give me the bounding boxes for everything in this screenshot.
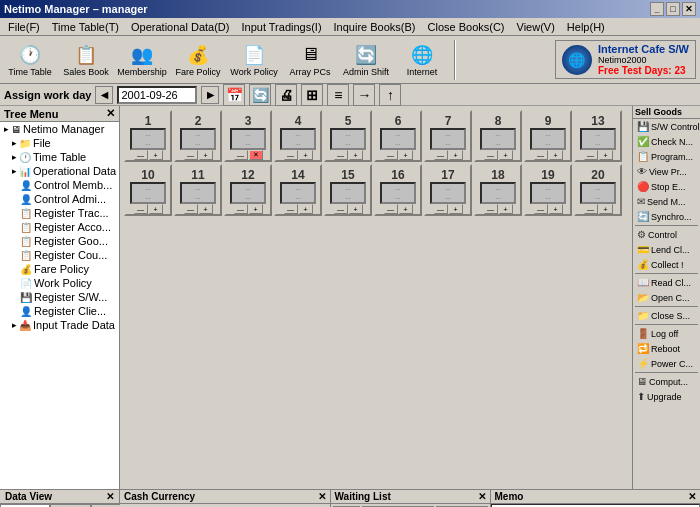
pc-plus-btn[interactable]: + (399, 150, 413, 160)
date-prev-button[interactable]: ◀ (95, 86, 113, 104)
pc-dash-btn[interactable]: — (234, 204, 248, 214)
pc-dash-btn[interactable]: — (234, 150, 248, 160)
pc-dash-btn[interactable]: — (134, 204, 148, 214)
pc-card-5[interactable]: 5 ---- — + (324, 110, 372, 162)
pc-plus-btn[interactable]: + (499, 204, 513, 214)
toolbar-btn-salesbook[interactable]: 📋Sales Book (60, 38, 112, 82)
menu-item-viewv[interactable]: View(V) (511, 20, 561, 34)
sidebar-item-registercou[interactable]: 📋Register Cou... (0, 248, 119, 262)
pc-card-7[interactable]: 7 ---- — + (424, 110, 472, 162)
sidebar-item-registergoo[interactable]: 📋Register Goo... (0, 234, 119, 248)
grid-button[interactable]: ⊞ (301, 84, 323, 106)
pc-card-2[interactable]: 2 ---- — + (174, 110, 222, 162)
up-button[interactable]: ↑ (379, 84, 401, 106)
pc-plus-btn[interactable]: + (299, 204, 313, 214)
pc-card-15[interactable]: 15 ---- — + (324, 164, 372, 216)
menu-item-filef[interactable]: File(F) (2, 20, 46, 34)
right-menu-logoff[interactable]: 🚪Log off (633, 326, 700, 341)
menu-item-helph[interactable]: Help(H) (561, 20, 611, 34)
pc-card-3[interactable]: 3 ---- — ✕ (224, 110, 272, 162)
calendar-icon-button[interactable]: 📅 (223, 84, 245, 106)
pc-plus-btn[interactable]: + (149, 150, 163, 160)
sidebar-item-registerclie[interactable]: 👤Register Clie... (0, 304, 119, 318)
sidebar-item-netimomanager[interactable]: ▸🖥Netimo Manager (0, 122, 119, 136)
sidebar-item-registersw[interactable]: 💾Register S/W... (0, 290, 119, 304)
pc-card-12[interactable]: 12 ---- — + (224, 164, 272, 216)
pc-plus-btn[interactable]: + (199, 150, 213, 160)
pc-dash-btn[interactable]: — (584, 204, 598, 214)
pc-card-4[interactable]: 4 ---- — + (274, 110, 322, 162)
pc-plus-btn[interactable]: + (249, 204, 263, 214)
pc-plus-btn[interactable]: + (599, 150, 613, 160)
sidebar-item-inputtradedata[interactable]: ▸📥Input Trade Data (0, 318, 119, 332)
menu-item-inquirebooksb[interactable]: Inquire Books(B) (328, 20, 422, 34)
minimize-button[interactable]: _ (650, 2, 664, 16)
pc-plus-btn[interactable]: + (599, 204, 613, 214)
right-menu-readcl[interactable]: 📖Read Cl... (633, 275, 700, 290)
data-view-close[interactable]: ✕ (102, 491, 118, 502)
toolbar-btn-arraypcs[interactable]: 🖥Array PCs (284, 38, 336, 82)
toolbar-btn-timetable[interactable]: 🕐Time Table (4, 38, 56, 82)
pc-dash-btn[interactable]: — (584, 150, 598, 160)
date-input[interactable] (117, 86, 197, 104)
pc-plus-btn[interactable]: + (149, 204, 163, 214)
menu-item-operationaldatad[interactable]: Operational Data(D) (125, 20, 235, 34)
pc-plus-btn[interactable]: + (199, 204, 213, 214)
right-menu-lendcl[interactable]: 💳Lend Cl... (633, 242, 700, 257)
sidebar-item-operationaldata[interactable]: ▸📊Operational Data (0, 164, 119, 178)
sidebar-item-controladmi[interactable]: 👤Control Admi... (0, 192, 119, 206)
pc-plus-btn[interactable]: + (399, 204, 413, 214)
right-menu-control[interactable]: ⚙Control (633, 227, 700, 242)
pc-card-1[interactable]: 1 ---- — + (124, 110, 172, 162)
arrow-button[interactable]: → (353, 84, 375, 106)
right-menu-program[interactable]: 📋Program... (633, 149, 700, 164)
pc-dash-btn[interactable]: — (484, 204, 498, 214)
pc-plus-btn[interactable]: + (299, 150, 313, 160)
list-button[interactable]: ≡ (327, 84, 349, 106)
sidebar-item-controlmemb[interactable]: 👤Control Memb... (0, 178, 119, 192)
menu-item-closebooksc[interactable]: Close Books(C) (422, 20, 511, 34)
right-menu-synchro[interactable]: 🔄Synchro... (633, 209, 700, 224)
cash-panel-close[interactable]: ✕ (318, 491, 326, 502)
pc-card-20[interactable]: 20 ---- — + (574, 164, 622, 216)
sidebar-item-file[interactable]: ▸📁File (0, 136, 119, 150)
pc-plus-btn[interactable]: + (349, 150, 363, 160)
pc-plus-btn[interactable]: + (349, 204, 363, 214)
right-menu-reboot[interactable]: 🔁Reboot (633, 341, 700, 356)
toolbar-btn-workpolicy[interactable]: 📄Work Policy (228, 38, 280, 82)
pc-dash-btn[interactable]: — (334, 150, 348, 160)
pc-card-18[interactable]: 18 ---- — + (474, 164, 522, 216)
pc-dash-btn[interactable]: — (384, 150, 398, 160)
sidebar-item-registeracco[interactable]: 📋Register Acco... (0, 220, 119, 234)
right-menu-comput[interactable]: 🖥Comput... (633, 374, 700, 389)
right-menu-openc[interactable]: 📂Open C... (633, 290, 700, 305)
right-menu-swcontrol[interactable]: 💾S/W Control (633, 119, 700, 134)
sidebar-item-workpolicy[interactable]: 📄Work Policy (0, 276, 119, 290)
right-menu-viewpr[interactable]: 👁View Pr... (633, 164, 700, 179)
pc-dash-btn[interactable]: — (334, 204, 348, 214)
pc-dash-btn[interactable]: — (284, 204, 298, 214)
pc-dash-btn[interactable]: — (434, 150, 448, 160)
refresh-button[interactable]: 🔄 (249, 84, 271, 106)
sidebar-item-timetable[interactable]: ▸🕐Time Table (0, 150, 119, 164)
sidebar-item-farepolicy[interactable]: 💰Fare Policy (0, 262, 119, 276)
pc-dash-btn[interactable]: — (284, 150, 298, 160)
waiting-panel-close[interactable]: ✕ (478, 491, 486, 502)
pc-card-17[interactable]: 17 ---- — + (424, 164, 472, 216)
pc-card-13[interactable]: 13 ---- — + (574, 110, 622, 162)
pc-dash-btn[interactable]: — (434, 204, 448, 214)
pc-dash-btn[interactable]: — (184, 150, 198, 160)
menu-item-inputtradingsi[interactable]: Input Tradings(I) (235, 20, 327, 34)
toolbar-btn-membership[interactable]: 👥Membership (116, 38, 168, 82)
right-menu-checkn[interactable]: ✅Check N... (633, 134, 700, 149)
maximize-button[interactable]: □ (666, 2, 680, 16)
pc-plus-btn[interactable]: + (449, 204, 463, 214)
pc-plus-btn[interactable]: + (549, 150, 563, 160)
sidebar-item-registertrac[interactable]: 📋Register Trac... (0, 206, 119, 220)
pc-card-14[interactable]: 14 ---- — + (274, 164, 322, 216)
pc-card-19[interactable]: 19 ---- — + (524, 164, 572, 216)
pc-dash-btn[interactable]: — (534, 150, 548, 160)
pc-x-btn[interactable]: ✕ (249, 150, 263, 160)
print-button[interactable]: 🖨 (275, 84, 297, 106)
pc-dash-btn[interactable]: — (484, 150, 498, 160)
